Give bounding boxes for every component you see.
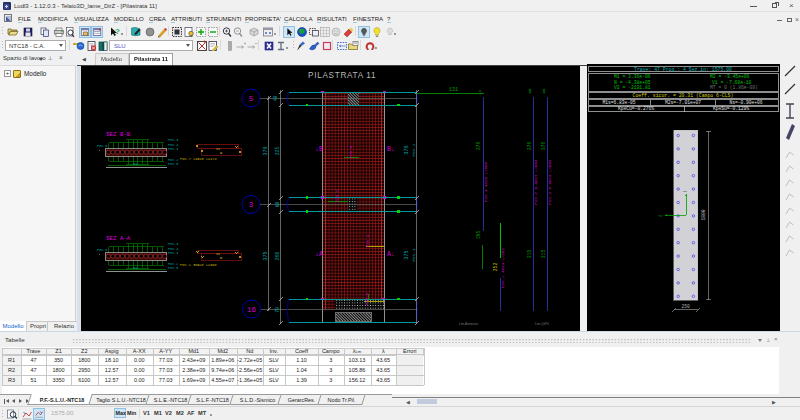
svg-text:POS.5: POS.5 (168, 162, 178, 166)
svg-text:KpeCu=-0.276%: KpeCu=-0.276% (618, 106, 654, 111)
svg-text:POS.4: POS.4 (168, 147, 178, 151)
svg-text:POS.1 36Ø28 L=698: POS.1 36Ø28 L=698 (180, 263, 217, 267)
svg-text:POS.6: POS.6 (97, 248, 107, 252)
svg-text:M1 = 3.36e-06: M1 = 3.36e-06 (614, 74, 651, 79)
svg-text:Lim.Armatura: Lim.Armatura (459, 322, 478, 326)
svg-text:POS.2: POS.2 (411, 143, 416, 157)
svg-text:195: 195 (476, 231, 481, 240)
svg-text:POS.1 4Ø24 L=252: POS.1 4Ø24 L=252 (501, 247, 505, 288)
svg-text:225: 225 (275, 147, 280, 156)
svg-text:POS.6: POS.6 (97, 144, 107, 148)
svg-text:16: 16 (247, 306, 257, 314)
svg-text:MT = 0 (1.86e-09): MT = 0 (1.86e-09) (710, 85, 758, 90)
svg-text:V1 = -7.69e-10: V1 = -7.69e-10 (712, 80, 752, 85)
svg-text:64: 64 (133, 266, 139, 270)
svg-text:POS.1: POS.1 (411, 248, 416, 262)
svg-text:260: 260 (275, 252, 280, 261)
svg-text:M1s=6.83e-05: M1s=6.83e-05 (602, 100, 635, 105)
svg-text:5: 5 (249, 95, 254, 103)
svg-text:M2s=-7.01e+07: M2s=-7.01e+07 (665, 100, 701, 105)
svg-text:131: 131 (449, 87, 458, 93)
svg-text:POS.2: POS.2 (335, 189, 339, 202)
svg-text:PILASTRATA 11: PILASTRATA 11 (308, 71, 376, 80)
svg-text:252: 252 (493, 263, 498, 272)
svg-text:375: 375 (404, 250, 410, 259)
svg-text:375: 375 (263, 251, 269, 260)
svg-text:Tx: Tx (658, 214, 662, 218)
svg-text:315: 315 (527, 250, 532, 259)
svg-text:70: 70 (275, 307, 280, 313)
svg-text:13: 13 (478, 90, 482, 95)
svg-text:↓A: ↓A (315, 251, 323, 258)
svg-text:B↓: B↓ (387, 146, 395, 153)
svg-text:SEZ B-B: SEZ B-B (106, 131, 131, 138)
svg-text:POS.4: POS.4 (168, 247, 178, 251)
svg-text:POS.3: POS.3 (168, 242, 178, 246)
svg-text:POS.4 4Ø28 L=698: POS.4 4Ø28 L=698 (484, 161, 488, 202)
svg-text:POS.3: POS.3 (168, 138, 178, 142)
svg-text:Trave: 47 Prog.: 4 Sez.in: 1: Trave: 47 Prog.: 4 Sez.in: 1575.00 (634, 67, 732, 72)
svg-text:POS.4: POS.4 (366, 234, 370, 247)
svg-text:A↓: A↓ (387, 251, 395, 258)
svg-text:N = -4.38e+05: N = -4.38e+05 (614, 80, 651, 85)
svg-text:↓B: ↓B (315, 146, 323, 153)
svg-text:376: 376 (527, 142, 532, 151)
svg-text:M2 = -3.45e+06: M2 = -3.45e+06 (710, 74, 750, 79)
svg-text:Coeff. sicur. = 20.31 (Campo 6: Coeff. sicur. = 20.31 (Campo 6-CLS) (633, 93, 734, 98)
svg-text:315: 315 (541, 250, 546, 259)
svg-text:Lim.QzPil: Lim.QzPil (535, 322, 549, 326)
svg-text:Ø6: Ø6 (528, 88, 532, 93)
svg-text:POS.7 6-6Ø27 L=663: POS.7 6-6Ø27 L=663 (534, 159, 538, 205)
svg-text:250: 250 (682, 304, 691, 309)
svg-text:?: ? (115, 27, 120, 36)
svg-text:40: 40 (273, 96, 278, 102)
svg-text:KpeSu=-0.129%: KpeSu=-0.129% (713, 106, 749, 111)
svg-text:3: 3 (249, 201, 254, 209)
svg-text:64: 64 (133, 162, 139, 166)
svg-text:POS.7 24Ø10 L=174: POS.7 24Ø10 L=174 (180, 157, 217, 161)
svg-text:SEZ A-A: SEZ A-A (106, 235, 131, 242)
svg-text:POS.5: POS.5 (168, 266, 178, 270)
svg-text:60: 60 (275, 202, 280, 208)
svg-text:V2 = -2191.81: V2 = -2191.81 (614, 85, 651, 90)
svg-text:Ø6: Ø6 (542, 88, 546, 93)
svg-text:376: 376 (476, 142, 481, 151)
svg-text:376: 376 (263, 146, 269, 155)
svg-text:POS.4: POS.4 (168, 251, 178, 255)
svg-text:376: 376 (541, 142, 546, 151)
svg-text:POS.3: POS.3 (365, 292, 369, 305)
svg-text:376: 376 (404, 145, 410, 154)
svg-text:Ns=-0.90e+06: Ns=-0.90e+06 (729, 100, 762, 105)
svg-text:POS.4: POS.4 (168, 143, 178, 147)
svg-text:POS.5: POS.5 (349, 145, 353, 158)
svg-text:1800: 1800 (701, 209, 706, 220)
svg-text:POS.3 5-6Ø10 L=663: POS.3 5-6Ø10 L=663 (548, 159, 552, 205)
